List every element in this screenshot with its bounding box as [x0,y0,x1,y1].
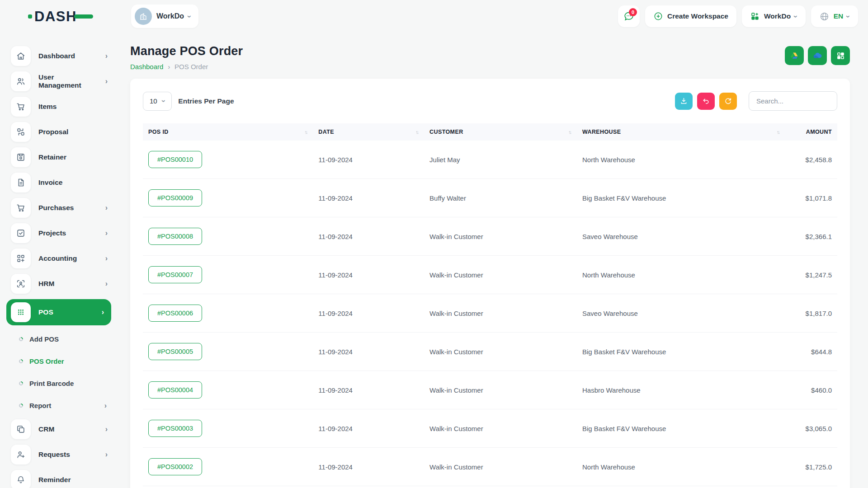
create-workspace-button[interactable]: Create Workspace [645,5,736,27]
logo-dash-icon [74,14,93,19]
sidebar-item-label: Items [38,103,108,111]
column-header-warehouse[interactable]: WAREHOUSE↑↓ [577,123,785,141]
bell-icon [11,470,31,488]
sidebar-item-pos[interactable]: POS› [6,299,111,325]
warehouse-cell: North Warehouse [577,141,785,179]
sidebar-item-dashboard[interactable]: Dashboard› [0,43,118,69]
messages-count-badge: 0 [629,8,637,16]
language-selector[interactable]: EN › [811,5,858,27]
cart-icon [11,198,31,218]
pos-order-table: POS ID↑↓DATE↑↓CUSTOMER↑↓WAREHOUSE↑↓AMOUN… [143,123,837,488]
customer-cell: Walk-in Customer [424,256,577,294]
sidebar-subitem-report[interactable]: Report› [0,394,118,417]
date-cell: 11-09-2024 [313,371,424,409]
sort-icon[interactable]: ↑↓ [777,129,780,135]
sort-icon[interactable]: ↑↓ [568,129,571,135]
sidebar-item-requests[interactable]: Requests› [0,442,118,467]
customer-cell: Walk-in Customer [424,409,577,448]
date-cell: 11-09-2024 [313,333,424,371]
chevron-right-icon: › [105,425,108,433]
grid-plus-icon [11,249,31,268]
sidebar-item-label: Invoice [38,178,108,187]
sidebar-item-items[interactable]: Items [0,94,118,119]
download-icon [679,97,688,105]
download-button[interactable] [675,93,693,110]
logo-dot-icon [28,14,32,19]
sidebar-item-retainer[interactable]: Retainer [0,145,118,170]
page-title: Manage POS Order [130,44,243,58]
table-row: #POS0000111-09-2024Walk-in CustomerBig B… [143,486,837,488]
date-cell: 11-09-2024 [313,448,424,486]
date-cell: 11-09-2024 [313,141,424,179]
warehouse-cell: Big Basket F&V Warehouse [577,333,785,371]
cart-icon [11,97,31,117]
pos-id-badge[interactable]: #POS00010 [148,151,202,168]
user-plus-icon [11,445,31,465]
column-header-amount[interactable]: AMOUNT [785,123,837,141]
pos-id-badge[interactable]: #POS00003 [148,420,202,437]
chevron-down-icon: › [845,15,853,18]
messages-button[interactable]: 0 [618,5,640,27]
undo-button[interactable] [697,93,715,110]
users-icon [11,71,31,91]
amount-cell: $1,247.5 [785,256,837,294]
bullet-icon [18,380,24,386]
sidebar-item-reminder[interactable]: Reminder [0,467,118,488]
sidebar-item-hrm[interactable]: HRM› [0,271,118,296]
sidebar-item-label: Dashboard [38,52,98,60]
undo-icon [702,97,710,105]
app-switcher-button[interactable]: WorkDo › [742,5,806,27]
grid-button[interactable] [831,46,850,65]
refresh-button[interactable] [719,93,737,110]
chevron-right-icon: › [105,450,108,459]
chevron-right-icon: › [105,52,108,60]
logo-text: DASH [34,9,77,23]
customer-cell: Walk-in Customer [424,371,577,409]
workspace-selector[interactable]: WorkDo › [131,5,198,28]
sidebar-item-user-management[interactable]: User Management› [0,69,118,94]
pos-id-badge[interactable]: #POS00002 [148,458,202,475]
entries-per-page-select[interactable]: 10 › [143,92,172,111]
sidebar-subitem-label: Print Barcode [29,380,107,387]
pos-id-badge[interactable]: #POS00009 [148,189,202,206]
amount-cell: $2,366.1 [785,217,837,256]
amount-cell: $3,065.0 [785,409,837,448]
sidebar-item-crm[interactable]: CRM› [0,417,118,442]
sidebar-item-label: Accounting [38,254,98,263]
chevron-down-icon: › [102,308,104,316]
sidebar-item-accounting[interactable]: Accounting› [0,246,118,271]
warehouse-cell: Hasbro Warehouse [577,371,785,409]
google-drive-button[interactable] [785,46,804,65]
sidebar-item-projects[interactable]: Projects› [0,221,118,246]
pos-id-badge[interactable]: #POS00008 [148,228,202,245]
sidebar-subitem-print-barcode[interactable]: Print Barcode [0,372,118,394]
sidebar-item-purchases[interactable]: Purchases› [0,195,118,221]
sidebar-subitem-label: POS Order [29,357,107,365]
pos-id-badge[interactable]: #POS00005 [148,343,202,360]
sidebar-subitem-add-pos[interactable]: Add POS [0,328,118,350]
bullet-icon [18,358,24,364]
sidebar-item-invoice[interactable]: Invoice [0,170,118,195]
breadcrumb-dashboard-link[interactable]: Dashboard [130,63,163,70]
refresh-icon [724,97,732,105]
sidebar-subitem-pos-order[interactable]: POS Order [0,350,118,372]
pos-id-badge[interactable]: #POS00004 [148,381,202,399]
breadcrumb: Dashboard › POS Order [130,63,243,70]
sort-icon[interactable]: ↑↓ [304,129,307,135]
column-header-date[interactable]: DATE↑↓ [313,123,424,141]
pos-id-badge[interactable]: #POS00006 [148,305,202,322]
column-header-customer[interactable]: CUSTOMER↑↓ [424,123,577,141]
warehouse-cell: Big Basket F&V Warehouse [577,179,785,217]
onedrive-button[interactable] [808,46,827,65]
app-logo[interactable]: DASH [0,9,118,23]
table-row: #POS0000911-09-2024Buffy WalterBig Baske… [143,179,837,217]
sort-icon[interactable]: ↑↓ [415,129,419,135]
entries-per-page-value: 10 [150,97,157,105]
search-input[interactable] [749,91,837,111]
column-header-pos-id[interactable]: POS ID↑↓ [143,123,313,141]
pos-id-badge[interactable]: #POS00007 [148,266,202,283]
sidebar-item-proposal[interactable]: Proposal [0,119,118,145]
chevron-down-icon: › [160,100,168,103]
customer-cell: Juliet May [424,141,577,179]
copy-icon [11,419,31,439]
